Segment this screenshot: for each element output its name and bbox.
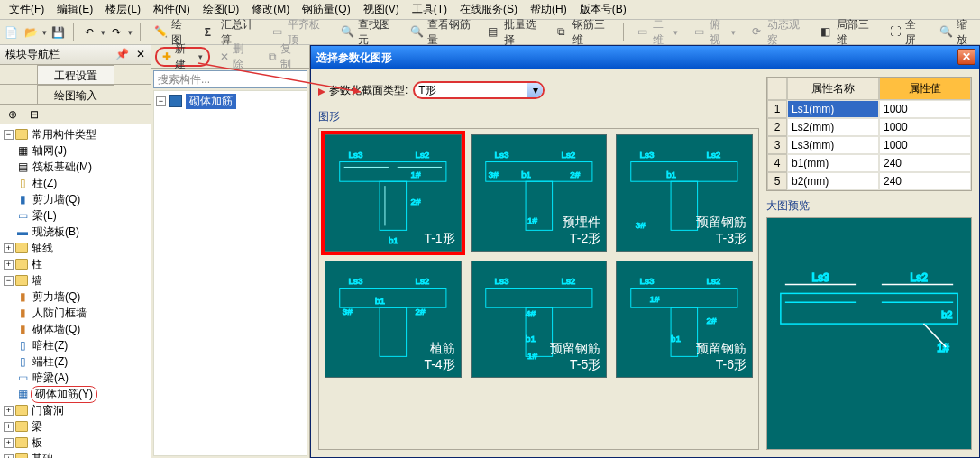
prop-value[interactable]: 1000 [879,100,971,118]
tree-item[interactable]: 柱 [30,257,42,272]
sigma-button[interactable]: Σ 汇总计算 [198,23,262,42]
list-item-label: 砌体加筋 [186,94,236,109]
expander-icon[interactable]: + [4,260,14,270]
new-button[interactable]: ✚新建 [155,47,210,67]
fullscr-button[interactable]: ⛶全屏 [884,23,930,42]
prop-value[interactable]: 240 [879,172,971,190]
thumb-t6[interactable]: Ls3Ls21#2#b1 预留钢筋 T-6形 [616,261,753,378]
tree-item[interactable]: 剪力墙(Q) [31,192,80,207]
tree-item[interactable]: 柱(Z) [31,176,57,191]
tab-draw-input[interactable]: 绘图输入 [37,85,114,104]
svg-text:3#: 3# [343,307,353,316]
table-row[interactable]: 5 b2(mm) 240 [767,172,971,190]
tree-item[interactable]: 基础 [30,452,53,459]
tree-item[interactable]: 人防门框墙 [31,306,87,321]
tree-item[interactable]: 端柱(Z) [31,354,68,370]
thumb-caption: 预留钢筋 T-5形 [550,341,600,373]
tree-item[interactable]: 墙 [30,273,42,289]
table-row[interactable]: 2 Ls2(mm) 1000 [767,118,971,136]
thumb-t3[interactable]: Ls3Ls2b13# 预留钢筋 T-3形 [616,134,753,252]
tree-item[interactable]: 门窗洞 [30,403,64,418]
svg-rect-36 [671,307,698,356]
tree-item[interactable]: 现浇板(B) [31,224,79,240]
prop-name: b2(mm) [787,172,879,190]
tree-item[interactable]: 暗柱(Z) [31,338,68,353]
tree-item[interactable]: 暗梁(A) [31,371,69,386]
expander-icon[interactable]: + [4,438,14,448]
raft-icon: ▤ [16,160,29,173]
topview-button[interactable]: ▭俯视▾ [688,23,741,42]
bigpreview-canvas: Ls3 Ls2 b2 1# [766,217,972,450]
svg-text:Ls3: Ls3 [640,276,655,286]
property-table: 属性名称 属性值 1 Ls1(mm) 1000 2 Ls2(mm) 1000 3… [766,77,972,191]
table-row[interactable]: 3 Ls3(mm) 1000 [767,136,971,154]
search-input[interactable]: 搜索构件... [153,70,307,88]
thumb-t1[interactable]: Ls3Ls21#2#b1 T-1形 [325,134,462,252]
open-icon[interactable]: 📂 [23,23,38,41]
menu-edit[interactable]: 编辑(E) [51,0,98,19]
section-type-combo[interactable]: T形 ▾ [413,81,545,99]
flat-button[interactable]: ▭平齐板顶 [266,23,331,42]
tree-root[interactable]: 常用构件类型 [30,127,96,142]
tree-item[interactable]: 轴网(J) [31,143,67,159]
save-icon[interactable]: 💾 [50,23,66,41]
tree-item[interactable]: 筏板基础(M) [31,160,92,175]
table-row[interactable]: 4 b1(mm) 240 [767,154,971,172]
tree-item[interactable]: 梁(L) [31,208,57,224]
view2d-button[interactable]: ▭二维▾ [631,23,684,42]
new-file-icon[interactable]: 📄 [4,23,19,41]
thumb-t4[interactable]: Ls3Ls23#b12# 植筋 T-4形 [325,261,462,378]
copy-button[interactable]: ⧉复制 [262,47,306,67]
svg-text:b1: b1 [375,296,385,306]
expander-icon[interactable]: + [4,243,14,253]
tree-item[interactable]: 砌体墙(Q) [31,322,80,337]
prop-value[interactable]: 1000 [879,136,971,154]
dialog-title: 选择参数化图形 [316,50,392,66]
svg-text:b2: b2 [941,309,952,320]
batchsel-button[interactable]: ▤批量选择 [481,23,546,42]
tree-item[interactable]: 板 [30,435,42,451]
thumb-t2[interactable]: Ls3Ls23#b12#1# 预埋件 T-2形 [471,134,608,252]
menu-floor[interactable]: 楼层(L) [100,0,146,19]
expander-icon[interactable]: − [4,130,14,140]
module-nav-panel: 模块导航栏 📌 ✕ 工程设置 绘图输入 ⊕ ⊟ −常用构件类型 ▦轴网(J) ▤… [0,45,151,458]
svg-rect-1 [380,181,407,230]
pin-icon[interactable]: 📌 [115,48,129,60]
redo-icon[interactable]: ↷ [109,23,124,41]
leaf-icon: ▯ [16,355,29,368]
tree-item[interactable]: 梁 [30,419,42,435]
tab-project-settings[interactable]: 工程设置 [37,65,114,84]
tree-collapse-icon[interactable]: ⊟ [25,105,43,124]
tree-item[interactable]: 轴线 [30,241,53,256]
draw-button[interactable]: ✏️绘图 [148,23,195,42]
tree-item-masonry-reinf[interactable]: 砌体加筋(Y) [31,386,97,403]
svg-text:2#: 2# [415,307,425,316]
tree-expand-icon[interactable]: ⊕ [4,105,22,124]
expander-icon[interactable]: + [4,406,14,416]
expander-icon[interactable]: − [156,96,166,106]
shape-thumbnails: Ls3Ls21#2#b1 T-1形 Ls3Ls23#b12#1# 预埋件 T-2… [318,128,759,450]
prop-value[interactable]: 240 [879,154,971,172]
dynview-button[interactable]: ⟳动态观察 [746,23,811,42]
expander-icon[interactable]: − [4,276,14,286]
menu-file[interactable]: 文件(F) [4,0,50,19]
leaf-icon: ▯ [16,339,29,352]
prop-value[interactable]: 1000 [879,118,971,136]
zoom-button[interactable]: 🔍缩放 [933,23,980,42]
rebar3d-button[interactable]: ⧉钢筋三维 [551,23,616,42]
dialog-close-icon[interactable]: ✕ [957,49,975,65]
chevron-down-icon[interactable]: ▾ [527,83,543,97]
undo-icon[interactable]: ↶ [81,23,96,41]
expander-icon[interactable]: + [4,422,14,432]
tree-item[interactable]: 剪力墙(Q) [31,289,80,305]
close-icon[interactable]: ✕ [136,48,145,60]
table-row[interactable]: 1 Ls1(mm) 1000 [767,100,971,118]
dialog-titlebar[interactable]: 选择参数化图形 ✕ [311,46,979,69]
finditem-button[interactable]: 🔍查找图元 [334,23,399,42]
list-item[interactable]: − 砌体加筋 [156,93,305,109]
thumb-t5[interactable]: Ls3Ls24#b11# 预留钢筋 T-5形 [471,261,608,378]
findrebar-button[interactable]: 🔍查看钢筋量 [404,23,479,42]
local3d-button[interactable]: ◧局部三维 [814,23,879,42]
expander-icon[interactable]: + [4,454,14,459]
delete-button[interactable]: ✕删除 [214,47,258,67]
